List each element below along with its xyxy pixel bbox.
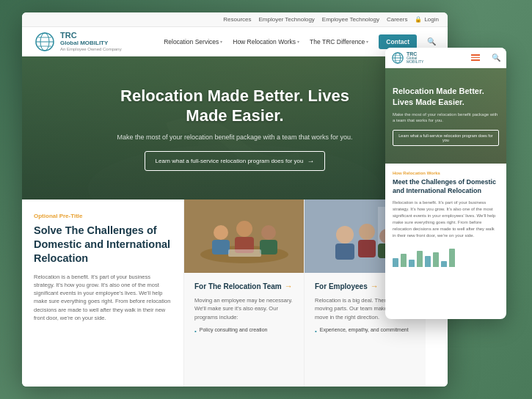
svg-point-15 <box>261 225 276 240</box>
pre-title: Optional Pre-Title <box>34 213 172 219</box>
utility-bar: Resources Employer Technology Employee T… <box>22 12 448 27</box>
meeting-illustration <box>184 200 304 273</box>
content-section: Optional Pre-Title Solve The Challenges … <box>22 200 448 387</box>
hero-section: Relocation Made Better. Lives Made Easie… <box>22 56 448 200</box>
chevron-down-icon: ▾ <box>220 39 222 44</box>
mobile-content-section: How Relocation Works Meet the Challenges… <box>385 164 506 274</box>
hamburger-line <box>471 57 480 59</box>
hero-content: Relocation Made Better. Lives Made Easie… <box>117 86 352 171</box>
svg-point-21 <box>336 226 354 244</box>
svg-rect-22 <box>335 244 354 260</box>
mobile-nav: TRC Global MOBILITY 🔍 <box>385 48 506 68</box>
util-link-employer[interactable]: Employer Technology <box>259 16 315 23</box>
hamburger-line <box>471 54 480 56</box>
svg-point-11 <box>214 225 228 240</box>
nav-trc-difference[interactable]: The TRC Difference ▾ <box>310 38 368 45</box>
mobile-logo-text: TRC Global MOBILITY <box>407 51 423 64</box>
svg-point-23 <box>359 224 375 240</box>
mobile-hero-subtitle: Make the most of your relocation benefit… <box>393 111 499 124</box>
chart-bar <box>425 256 431 267</box>
relocation-team-card-body: For The Relocation Team → Moving an empl… <box>184 273 304 345</box>
relocation-team-body: Moving an employee may be necessary. We'… <box>194 296 294 321</box>
bullet-item: • Experience, empathy, and commitment <box>315 327 415 334</box>
mobile-hero-cta-button[interactable]: Learn what a full-service relocation pro… <box>393 130 499 146</box>
hero-heading: Relocation Made Better. Lives Made Easie… <box>117 86 352 126</box>
svg-rect-16 <box>260 240 277 255</box>
svg-rect-24 <box>358 240 376 257</box>
mobile-globe-icon <box>391 51 404 65</box>
svg-rect-17 <box>228 249 261 257</box>
svg-point-13 <box>236 221 252 237</box>
login-button[interactable]: 🔒 Login <box>415 16 439 23</box>
hero-cta-button[interactable]: Learn what a full-service relocation pro… <box>145 151 326 171</box>
relocation-team-card: For The Relocation Team → Moving an empl… <box>183 200 305 387</box>
util-link-resources[interactable]: Resources <box>223 16 251 23</box>
mobile-preview-window: TRC Global MOBILITY 🔍 Relocation Made Be… <box>385 48 506 319</box>
page-outer-background: Resources Employer Technology Employee T… <box>0 0 532 399</box>
mobile-section-heading: Meet the Challenges of Domestic and Inte… <box>393 178 499 195</box>
util-link-careers[interactable]: Careers <box>387 16 407 23</box>
chart-bar <box>433 252 439 267</box>
hamburger-line <box>471 59 480 61</box>
util-link-employee[interactable]: Employee Technology <box>322 16 379 23</box>
globe-icon <box>34 31 56 53</box>
bullet-dot: • <box>315 328 317 334</box>
chevron-down-icon: ▾ <box>366 39 368 44</box>
chevron-down-icon: ▾ <box>297 39 299 44</box>
main-nav: TRC Global MOBILITY An Employee Owned Co… <box>22 27 448 56</box>
arrow-right-icon: → <box>285 282 293 290</box>
mobile-section-label: How Relocation Works <box>393 171 499 175</box>
mobile-chart <box>393 245 499 267</box>
browser-window: Resources Employer Technology Employee T… <box>22 12 448 387</box>
nav-relocation-services[interactable]: Relocation Services ▾ <box>164 38 222 45</box>
mobile-section-body: Relocation is a benefit. It's part of yo… <box>393 200 499 239</box>
logo-text: TRC Global MOBILITY An Employee Owned Co… <box>60 32 122 51</box>
bullet-dot: • <box>194 328 197 334</box>
chart-bar <box>393 258 398 267</box>
mobile-hero-heading: Relocation Made Better. Lives Made Easie… <box>393 86 499 107</box>
nav-how-relocation-works[interactable]: How Relocation Works ▾ <box>233 38 299 45</box>
mobile-hero-section: Relocation Made Better. Lives Made Easie… <box>385 68 506 164</box>
search-icon[interactable]: 🔍 <box>427 37 436 45</box>
hero-subtitle: Make the most of your relocation benefit… <box>117 133 352 141</box>
arrow-right-icon: → <box>371 282 379 290</box>
arrow-right-icon: → <box>307 157 314 165</box>
left-column: Optional Pre-Title Solve The Challenges … <box>22 200 183 387</box>
chart-bar <box>449 249 455 267</box>
contact-button[interactable]: Contact <box>379 34 417 49</box>
relocation-team-card-image <box>184 200 304 273</box>
mobile-search-icon[interactable]: 🔍 <box>492 54 500 62</box>
hamburger-menu-button[interactable] <box>471 54 480 61</box>
chart-bar <box>409 260 415 267</box>
svg-rect-12 <box>212 240 230 255</box>
section-heading: Solve The Challenges of Domestic and Int… <box>34 224 172 266</box>
mobile-logo-area: TRC Global MOBILITY <box>391 51 423 65</box>
nav-links: Relocation Services ▾ How Relocation Wor… <box>164 34 436 49</box>
chart-bar <box>401 254 407 267</box>
chart-bar <box>441 261 447 267</box>
section-body: Relocation is a benefit. It's part of yo… <box>34 273 172 323</box>
logo-area[interactable]: TRC Global MOBILITY An Employee Owned Co… <box>34 31 122 53</box>
chart-bar <box>417 251 423 267</box>
relocation-team-heading: For The Relocation Team → <box>194 282 294 290</box>
bullet-item: • Policy consulting and creation <box>194 327 294 334</box>
lock-icon: 🔒 <box>415 16 422 23</box>
